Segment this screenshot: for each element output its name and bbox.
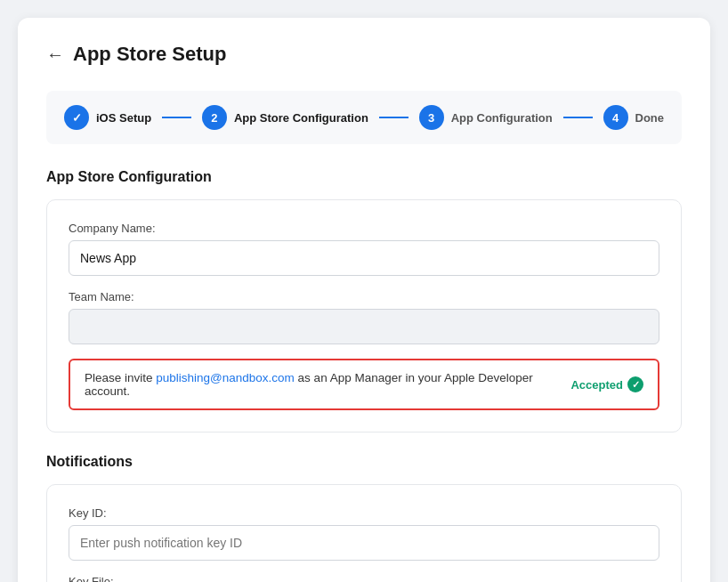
team-name-label: Team Name: [69,290,659,303]
back-arrow-icon[interactable]: ← [46,44,64,65]
step-3-label: App Configuration [451,111,553,125]
invite-notice: Please invite publishing@nandbox.com as … [69,359,659,410]
step-2-label: App Store Configuration [234,111,368,125]
step-connector-3 [563,117,593,118]
invite-text: Please invite publishing@nandbox.com as … [85,371,570,398]
key-file-group: Key File: Choose File No file chosen [69,575,659,582]
company-name-label: Company Name: [69,222,659,235]
stepper: ✓ iOS Setup 2 App Store Configuration 3 … [46,91,682,144]
invite-email-link[interactable]: publishing@nandbox.com [156,371,295,384]
step-2: 2 App Store Configuration [202,105,368,130]
accepted-badge: Accepted ✓ [570,376,643,392]
step-2-circle: 2 [202,105,227,130]
key-id-input[interactable] [69,525,659,561]
step-connector-1 [162,117,191,118]
step-3-circle: 3 [419,105,444,130]
company-name-input[interactable] [69,240,659,276]
section1-title: App Store Configuration [46,169,682,185]
page-title: App Store Setup [73,43,226,66]
step-4-label: Done [635,111,665,125]
team-name-group: Team Name: [69,290,659,344]
step-1: ✓ iOS Setup [64,105,151,130]
step-4-circle: 4 [603,105,628,130]
notifications-card: Key ID: Key File: Choose File No file ch… [46,484,682,582]
key-id-label: Key ID: [69,506,659,520]
step-3: 3 App Configuration [419,105,553,130]
section2-title: Notifications [46,454,682,470]
step-connector-2 [379,117,408,118]
accepted-check-icon: ✓ [627,376,643,392]
step-4: 4 Done [603,105,665,130]
step-1-circle: ✓ [64,105,89,130]
team-name-input[interactable] [69,309,659,344]
key-id-group: Key ID: [69,506,659,561]
step-1-label: iOS Setup [96,111,151,125]
app-store-config-card: Company Name: Team Name: Please invite p… [46,199,682,432]
key-file-label: Key File: [69,575,659,582]
company-name-group: Company Name: [69,222,659,276]
accepted-label: Accepted [570,378,623,392]
